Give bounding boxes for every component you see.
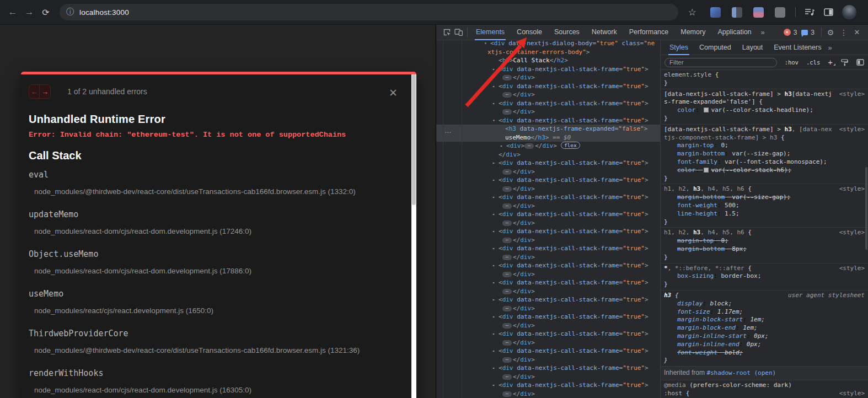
- chevron-right-icon[interactable]: ▸: [492, 99, 499, 108]
- tree-line[interactable]: ▸<div data-nextjs-call-stack-frame="true…: [436, 176, 660, 185]
- tree-line[interactable]: ⋯</div>: [436, 270, 660, 279]
- url-bar[interactable]: ⓘ localhost:3000: [60, 4, 678, 20]
- chevron-right-icon[interactable]: ▸: [492, 330, 499, 338]
- style-rule[interactable]: element.style {}: [661, 70, 868, 89]
- rendering-emulation-icon[interactable]: [841, 59, 848, 66]
- computed-sidebar-icon[interactable]: [856, 59, 864, 66]
- collapsed-content-icon[interactable]: ⋯: [502, 203, 512, 209]
- style-tag-link[interactable]: <style>: [839, 390, 865, 398]
- extension-icon-1[interactable]: [710, 7, 721, 18]
- tree-line[interactable]: <h3 data-nextjs-frame-expanded="false">: [436, 125, 660, 133]
- tree-line[interactable]: ▸<div data-nextjs-call-stack-frame="true…: [436, 159, 660, 168]
- chevron-right-icon[interactable]: ▸: [492, 347, 499, 356]
- profile-avatar[interactable]: [842, 5, 856, 19]
- chevron-down-icon[interactable]: ▾: [484, 40, 490, 48]
- styles-tab-layout[interactable]: Layout: [742, 40, 763, 55]
- chevron-right-icon[interactable]: ▸: [492, 295, 499, 304]
- tree-line[interactable]: ▸<div data-nextjs-call-stack-frame="true…: [436, 82, 660, 91]
- css-declaration[interactable]: font-weight: 500;: [664, 202, 865, 210]
- devtools-tab-console[interactable]: Console: [517, 25, 542, 40]
- tree-line[interactable]: ▾<div data-nextjs-call-stack-frame="true…: [436, 116, 660, 125]
- inspect-element-icon[interactable]: [441, 28, 453, 36]
- collapsed-content-icon[interactable]: ⋯: [502, 75, 512, 80]
- css-declaration[interactable]: color: var(--color-stack-headline);: [664, 106, 865, 115]
- tree-line[interactable]: ⋯</div>: [436, 304, 660, 313]
- tree-line[interactable]: ⋯</div>: [436, 236, 660, 245]
- color-swatch[interactable]: [704, 107, 709, 112]
- tree-line[interactable]: </div>: [436, 150, 660, 159]
- devtools-tab-sources[interactable]: Sources: [554, 25, 580, 40]
- tree-line[interactable]: ⋯</div>: [436, 219, 660, 228]
- tree-line[interactable]: ▸<div data-nextjs-call-stack-frame="true…: [436, 65, 660, 74]
- tree-line[interactable]: ▸<div data-nextjs-call-stack-frame="true…: [436, 210, 660, 219]
- css-declaration[interactable]: margin-bottom: 8px;: [664, 245, 865, 254]
- tree-line[interactable]: ▸<div data-nextjs-call-stack-frame="true…: [436, 261, 660, 270]
- collapsed-content-icon[interactable]: ⋯: [502, 186, 512, 192]
- styles-filter-input[interactable]: [665, 58, 777, 67]
- issue-count[interactable]: 3: [811, 29, 815, 36]
- collapsed-content-icon[interactable]: ⋯: [524, 143, 534, 149]
- collapsed-content-icon[interactable]: ⋯: [502, 272, 512, 277]
- chevron-right-icon[interactable]: ▸: [492, 193, 499, 202]
- devtools-tab-application[interactable]: Application: [717, 25, 751, 40]
- toggle-class-button[interactable]: .cls: [806, 59, 820, 66]
- css-declaration[interactable]: box-sizing: border-box;: [664, 272, 865, 281]
- chevron-right-icon[interactable]: ▸: [492, 261, 499, 270]
- styles-tab-styles[interactable]: Styles: [669, 40, 688, 55]
- site-info-icon[interactable]: ⓘ: [66, 7, 74, 17]
- toggle-pseudo-state-button[interactable]: :hov: [785, 59, 799, 66]
- issues-icon[interactable]: [801, 30, 808, 35]
- tree-line[interactable]: ⋯</div>: [436, 168, 660, 176]
- style-rule[interactable]: <style>[data-nextjs-call-stack-frame] > …: [661, 125, 868, 185]
- style-tag-link[interactable]: <style>: [839, 126, 865, 134]
- settings-gear-icon[interactable]: ⚙: [824, 28, 837, 37]
- tree-line[interactable]: ▸<div data-nextjs-call-stack-frame="true…: [436, 364, 660, 373]
- tree-line[interactable]: ▸<div data-nextjs-call-stack-frame="true…: [436, 295, 660, 304]
- chevron-right-icon[interactable]: ▸: [492, 313, 499, 321]
- tree-line[interactable]: xtjs-container-errors-body">: [436, 48, 660, 57]
- style-rule[interactable]: <style>*, *::before, *::after {box-sizin…: [661, 263, 868, 291]
- css-declaration[interactable]: margin-block-start: 1em;: [664, 316, 865, 324]
- style-rule[interactable]: @media (prefers-color-scheme: dark)<styl…: [661, 380, 868, 398]
- tree-line[interactable]: useMemo</h3> == $0: [436, 133, 660, 142]
- device-toolbar-icon[interactable]: [453, 28, 465, 36]
- extension-icon-3[interactable]: [753, 7, 764, 18]
- style-rule[interactable]: user agent stylesheeth3 {display: block;…: [661, 291, 868, 367]
- css-declaration[interactable]: margin-top: 0;: [664, 237, 865, 245]
- tree-line[interactable]: ⋯</div>: [436, 390, 660, 398]
- chevron-right-icon[interactable]: ▸: [492, 278, 499, 287]
- chevron-right-icon[interactable]: ▸: [492, 244, 499, 253]
- css-declaration[interactable]: margin-top: 0;: [664, 142, 865, 150]
- color-swatch[interactable]: [704, 168, 709, 173]
- tree-line[interactable]: ⋯</div>: [436, 202, 660, 211]
- collapsed-content-icon[interactable]: ⋯: [502, 391, 512, 397]
- chevron-right-icon[interactable]: ▸: [500, 142, 506, 150]
- style-tag-link[interactable]: <style>: [839, 90, 865, 99]
- side-panel-icon[interactable]: [824, 8, 833, 16]
- collapsed-content-icon[interactable]: ⋯: [502, 169, 512, 175]
- chevron-right-icon[interactable]: ▸: [492, 176, 499, 185]
- tree-line[interactable]: ⋯</div>: [436, 321, 660, 330]
- tree-line[interactable]: ⋯</div>: [436, 287, 660, 296]
- tree-line[interactable]: ▸<div data-nextjs-call-stack-frame="true…: [436, 381, 660, 390]
- chevron-down-icon[interactable]: ▾: [492, 116, 499, 125]
- collapsed-content-icon[interactable]: ⋯: [502, 255, 512, 260]
- collapsed-content-icon[interactable]: ⋯: [502, 92, 512, 98]
- tree-line[interactable]: ▸<div data-nextjs-call-stack-frame="true…: [436, 244, 660, 253]
- css-declaration[interactable]: line-height: 1.5;: [664, 210, 865, 218]
- css-declaration[interactable]: color: var(--color-stack-h6);: [664, 166, 865, 175]
- new-style-rule-icon[interactable]: +: [828, 59, 833, 66]
- tree-line[interactable]: ▸<div data-nextjs-call-stack-frame="true…: [436, 330, 660, 338]
- collapsed-content-icon[interactable]: ⋯: [502, 357, 512, 363]
- scrollbar-thumb[interactable]: [412, 74, 416, 205]
- style-tag-link[interactable]: <style>: [839, 265, 865, 273]
- extension-icon-4[interactable]: [775, 7, 785, 18]
- element-options-icon[interactable]: ⋯: [444, 128, 451, 136]
- devtools-tab-memory[interactable]: Memory: [681, 25, 705, 40]
- chevron-right-icon[interactable]: ▸: [492, 227, 499, 236]
- css-declaration[interactable]: font-weight: bold;: [664, 349, 865, 357]
- tree-line[interactable]: ▸<div data-nextjs-call-stack-frame="true…: [436, 313, 660, 321]
- collapsed-content-icon[interactable]: ⋯: [502, 220, 512, 226]
- styles-tab-computed[interactable]: Computed: [699, 40, 731, 55]
- overlay-scrollbar[interactable]: [411, 74, 416, 398]
